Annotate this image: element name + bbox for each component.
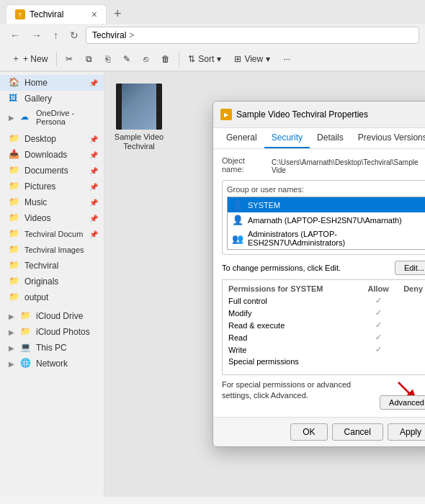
object-name-value: C:\Users\Amarnath\Desktop\Techviral\Samp… xyxy=(272,158,425,174)
cancel-btn[interactable]: Cancel xyxy=(332,423,383,441)
share-btn[interactable]: ⎋ xyxy=(138,51,154,67)
perm-write-allow: ✓ xyxy=(360,343,396,356)
sidebar-item-originals[interactable]: 📁 Originals xyxy=(0,274,104,289)
new-icon: ＋ xyxy=(12,53,20,65)
output-icon: 📁 xyxy=(9,292,20,303)
techviral-images-icon: 📁 xyxy=(9,244,20,256)
tab-title: Techviral xyxy=(30,9,87,19)
apply-btn[interactable]: Apply xyxy=(388,423,425,441)
sidebar-item-icloud-drive[interactable]: ▶ 📁 iCloud Drive xyxy=(0,308,104,324)
sidebar-item-this-pc[interactable]: ▶ 💻 This PC xyxy=(0,340,104,356)
object-name-label: Object name: xyxy=(222,156,269,174)
dialog-titlebar: ▶ Sample Video Techviral Properties × xyxy=(213,102,425,128)
refresh-btn[interactable]: ↻ xyxy=(66,27,83,44)
onedrive-icon: ☁ xyxy=(20,112,32,123)
rename-btn[interactable]: ✎ xyxy=(117,51,136,67)
pin-icon: 📌 xyxy=(89,79,98,87)
sidebar-item-output[interactable]: 📁 output xyxy=(0,289,104,305)
ok-btn[interactable]: OK xyxy=(290,423,327,441)
sidebar-item-documents[interactable]: 📁 Documents 📌 xyxy=(0,163,104,179)
perm-modify-allow: ✓ xyxy=(360,307,396,319)
perm-write-deny xyxy=(396,343,425,356)
sidebar-item-onedrive[interactable]: ▶ ☁ OneDrive - Persona xyxy=(0,107,104,128)
expand-icon-icloud-photos: ▶ xyxy=(9,328,14,336)
sidebar-item-home[interactable]: 🏠 Home 📌 xyxy=(0,75,104,91)
more-btn[interactable]: ··· xyxy=(277,51,296,67)
tab-close-btn[interactable]: × xyxy=(91,9,97,19)
explorer-main: 🏠 Home 📌 🖼 Gallery ▶ ☁ OneDrive - Person… xyxy=(0,72,425,497)
icloud-photos-icon: 📁 xyxy=(20,326,32,338)
perm-row-read: Read ✓ xyxy=(225,331,425,343)
user-icon-system: 👤 xyxy=(232,199,243,210)
pin-icon-documents: 📌 xyxy=(89,167,98,175)
tab-favicon: T xyxy=(15,9,25,19)
sort-chevron-icon: ▾ xyxy=(217,54,221,64)
forward-btn[interactable]: → xyxy=(27,27,46,44)
edit-btn[interactable]: Edit... xyxy=(395,261,425,275)
tab-security[interactable]: Security xyxy=(264,128,310,148)
perm-special-deny xyxy=(396,356,425,367)
user-item-admins[interactable]: 👥 Administrators (LAPTOP-ESH2SN7U\Admini… xyxy=(228,228,425,249)
pin-icon-videos: 📌 xyxy=(89,215,98,222)
perm-modify-deny xyxy=(396,307,425,319)
user-icon-amarnath: 👤 xyxy=(232,215,243,225)
perm-row-modify: Modify ✓ xyxy=(225,307,425,319)
user-item-amarnath[interactable]: 👤 Amarnath (LAPTOP-ESH2SN7U\Amarnath) xyxy=(228,212,425,228)
sidebar-item-music[interactable]: 📁 Music 📌 xyxy=(0,194,104,210)
nav-bar: ← → ↑ ↻ Techviral > xyxy=(0,24,425,47)
advanced-note: For special permissions or advanced sett… xyxy=(222,379,374,402)
sidebar-item-videos[interactable]: 📁 Videos 📌 xyxy=(0,210,104,226)
group-box-title: Group or user names: xyxy=(227,185,425,194)
sidebar-item-desktop[interactable]: 📁 Desktop 📌 xyxy=(0,131,104,147)
tab-previous-versions[interactable]: Previous Versions xyxy=(351,128,425,148)
user-icon-admins: 👥 xyxy=(232,233,243,244)
dialog-close-btn[interactable]: × xyxy=(421,107,425,122)
svg-line-1 xyxy=(398,382,413,397)
address-chevron: > xyxy=(129,30,134,40)
up-btn[interactable]: ↑ xyxy=(49,27,63,44)
sidebar: 🏠 Home 📌 🖼 Gallery ▶ ☁ OneDrive - Person… xyxy=(0,72,104,497)
expand-icon-icloud: ▶ xyxy=(9,312,14,320)
tab-general[interactable]: General xyxy=(219,128,264,148)
pin-icon-pictures: 📌 xyxy=(89,183,98,191)
address-bar[interactable]: Techviral > xyxy=(86,27,419,44)
sidebar-item-techviral-docs[interactable]: 📁 Techviral Docum 📌 xyxy=(0,226,104,242)
advanced-btn[interactable]: Advanced xyxy=(380,395,425,410)
perm-read-exec-deny xyxy=(396,319,425,331)
sort-btn[interactable]: ⇅ Sort ▾ xyxy=(182,51,227,67)
new-btn[interactable]: ＋ + New xyxy=(6,50,53,68)
sidebar-item-techviral[interactable]: 📁 Techviral xyxy=(0,258,104,274)
new-tab-btn[interactable]: + xyxy=(109,5,126,23)
copy-btn[interactable]: ⧉ xyxy=(80,51,98,67)
sort-icon: ⇅ xyxy=(188,54,195,64)
sidebar-item-gallery[interactable]: 🖼 Gallery xyxy=(0,91,104,107)
expand-icon-network: ▶ xyxy=(9,360,14,368)
object-name-row: Object name: C:\Users\Amarnath\Desktop\T… xyxy=(222,156,425,176)
perm-special-label: Special permissions xyxy=(225,356,360,367)
user-item-system[interactable]: 👤 SYSTEM xyxy=(228,197,425,212)
cut-btn[interactable]: ✂ xyxy=(60,51,79,67)
perm-row-read-exec: Read & execute ✓ xyxy=(225,319,425,331)
back-btn[interactable]: ← xyxy=(6,27,24,44)
perm-row-special: Special permissions xyxy=(225,356,425,367)
perm-read-exec-allow: ✓ xyxy=(360,319,396,331)
sidebar-item-icloud-photos[interactable]: ▶ 📁 iCloud Photos xyxy=(0,324,104,340)
active-tab[interactable]: T Techviral × xyxy=(6,4,107,24)
perm-write-label: Write xyxy=(225,343,360,356)
sidebar-item-network[interactable]: ▶ 🌐 Network xyxy=(0,356,104,372)
tab-details[interactable]: Details xyxy=(310,128,351,148)
expand-icon: ▶ xyxy=(9,114,14,122)
sidebar-item-downloads[interactable]: 📥 Downloads 📌 xyxy=(0,147,104,163)
tab-bar: T Techviral × + xyxy=(0,0,425,24)
view-btn[interactable]: ⊞ View ▾ xyxy=(228,51,276,67)
properties-dialog: ▶ Sample Video Techviral Properties × Ge… xyxy=(212,101,425,447)
perm-full-label: Full control xyxy=(225,294,360,307)
dialog-title: Sample Video Techviral Properties xyxy=(236,109,416,120)
techviral-docs-icon: 📁 xyxy=(9,228,20,240)
sidebar-item-pictures[interactable]: 📁 Pictures 📌 xyxy=(0,179,104,194)
sidebar-item-techviral-images[interactable]: 📁 Techviral Images xyxy=(0,242,104,258)
paste-btn[interactable]: ⎗ xyxy=(99,51,116,67)
browser-chrome: T Techviral × + ← → ↑ ↻ Techviral > ＋ + … xyxy=(0,0,425,72)
downloads-icon: 📥 xyxy=(9,149,20,161)
delete-btn[interactable]: 🗑 xyxy=(156,51,176,67)
